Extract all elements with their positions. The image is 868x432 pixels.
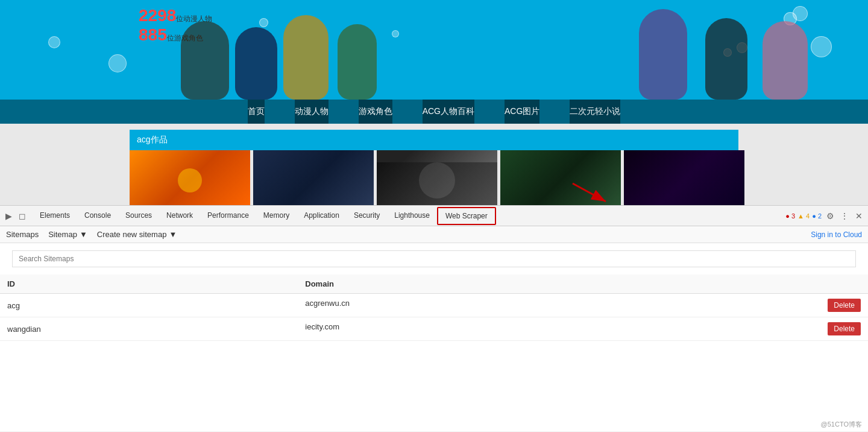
sitemaps-table: ID Domain acg acgrenwu.cn Delete wangdia… bbox=[0, 275, 868, 341]
ws-toolbar: Sitemaps Sitemap ▼ Create new sitemap ▼ … bbox=[0, 226, 868, 243]
ws-sitemaps-tab[interactable]: Sitemaps bbox=[6, 230, 39, 239]
red-arrow-svg bbox=[567, 177, 615, 205]
col-domain: Domain bbox=[298, 275, 868, 294]
tab-console[interactable]: Console bbox=[77, 208, 118, 224]
char-1 bbox=[181, 21, 229, 100]
tab-performance[interactable]: Performance bbox=[200, 208, 256, 224]
table-header-row: ID Domain bbox=[0, 275, 868, 294]
website-preview: 2298位动漫人物 885位游戏角色 首页 动漫人物 游戏角色 ACG人物百科 … bbox=[0, 0, 868, 205]
tab-sources[interactable]: Sources bbox=[118, 208, 159, 224]
device-icon[interactable]: ◻ bbox=[17, 211, 28, 221]
image-cell-5 bbox=[624, 150, 744, 205]
image-cell-3 bbox=[377, 150, 497, 205]
devtools-tabbar: ▶ ◻ Elements Console Sources Network Per… bbox=[0, 206, 868, 226]
cell-id: acg bbox=[0, 294, 298, 317]
watermark: @51CTO博客 bbox=[821, 420, 862, 429]
tab-network[interactable]: Network bbox=[159, 208, 200, 224]
cell-domain: acgrenwu.cn Delete bbox=[298, 294, 868, 317]
image-cell-2 bbox=[253, 150, 374, 205]
webscraper-panel: Sitemaps Sitemap ▼ Create new sitemap ▼ … bbox=[0, 226, 868, 431]
delete-button[interactable]: Delete bbox=[828, 322, 861, 335]
website-nav: 首页 动漫人物 游戏角色 ACG人物百科 ACG图片 二次元轻小说 bbox=[0, 100, 868, 124]
sign-in-cloud-link[interactable]: Sign in to Cloud bbox=[811, 230, 862, 239]
create-sitemap-dropdown-icon: ▼ bbox=[169, 230, 177, 239]
image-cell-1 bbox=[130, 150, 250, 205]
table-row: wangdian iecity.com Delete bbox=[0, 317, 868, 341]
svg-line-1 bbox=[573, 183, 606, 202]
search-sitemaps-input[interactable] bbox=[12, 250, 856, 267]
char-3 bbox=[283, 15, 329, 100]
cell-id: wangdian bbox=[0, 317, 298, 341]
tab-lighthouse[interactable]: Lighthouse bbox=[387, 208, 437, 224]
warning-badge: ▲ 4 bbox=[797, 212, 810, 220]
image-cell-4 bbox=[500, 150, 621, 205]
nav-encyclopedia[interactable]: ACG人物百科 bbox=[423, 100, 474, 124]
col-id: ID bbox=[0, 275, 298, 294]
delete-button[interactable]: Delete bbox=[828, 299, 861, 312]
char-5 bbox=[639, 9, 687, 100]
char-7 bbox=[763, 21, 808, 100]
info-badge: ● 2 bbox=[812, 212, 822, 220]
image-grid bbox=[130, 150, 738, 205]
cell-domain: iecity.com Delete bbox=[298, 317, 868, 341]
nav-game[interactable]: 游戏角色 bbox=[359, 100, 392, 124]
table-row: acg acgrenwu.cn Delete bbox=[0, 294, 868, 317]
tab-security[interactable]: Security bbox=[347, 208, 387, 224]
ws-sitemap-tab[interactable]: Sitemap ▼ bbox=[48, 230, 87, 239]
settings-icon[interactable]: ⚙ bbox=[824, 210, 836, 222]
tab-memory[interactable]: Memory bbox=[256, 208, 297, 224]
sign-in-area: Sign in to Cloud bbox=[811, 230, 862, 239]
tab-webscraper[interactable]: Web Scraper bbox=[437, 207, 496, 225]
nav-novel[interactable]: 二次元轻小说 bbox=[570, 100, 620, 124]
devtools-left-icons: ▶ ◻ bbox=[3, 211, 28, 221]
website-banner: 2298位动漫人物 885位游戏角色 bbox=[0, 0, 868, 100]
error-badge: ● 3 bbox=[785, 212, 795, 220]
devtools-right-controls: ● 3 ▲ 4 ● 2 ⚙ ⋮ ✕ bbox=[785, 210, 865, 222]
char-4 bbox=[338, 24, 377, 100]
cursor-icon[interactable]: ▶ bbox=[3, 211, 14, 221]
website-content: acg作品 bbox=[0, 124, 868, 205]
tab-application[interactable]: Application bbox=[297, 208, 347, 224]
section-title: acg作品 bbox=[130, 130, 738, 150]
char-6 bbox=[705, 18, 747, 100]
devtools-panel: ▶ ◻ Elements Console Sources Network Per… bbox=[0, 205, 868, 431]
anime-characters-area bbox=[0, 0, 868, 100]
tab-elements[interactable]: Elements bbox=[33, 208, 77, 224]
nav-anime[interactable]: 动漫人物 bbox=[295, 100, 329, 124]
more-icon[interactable]: ⋮ bbox=[838, 210, 851, 222]
ws-create-sitemap-tab[interactable]: Create new sitemap ▼ bbox=[97, 230, 177, 239]
close-icon[interactable]: ✕ bbox=[853, 210, 865, 222]
nav-home[interactable]: 首页 bbox=[248, 100, 265, 124]
sitemap-dropdown-icon: ▼ bbox=[80, 230, 87, 239]
nav-images[interactable]: ACG图片 bbox=[505, 100, 539, 124]
search-area bbox=[0, 243, 868, 275]
char-2 bbox=[235, 27, 277, 100]
